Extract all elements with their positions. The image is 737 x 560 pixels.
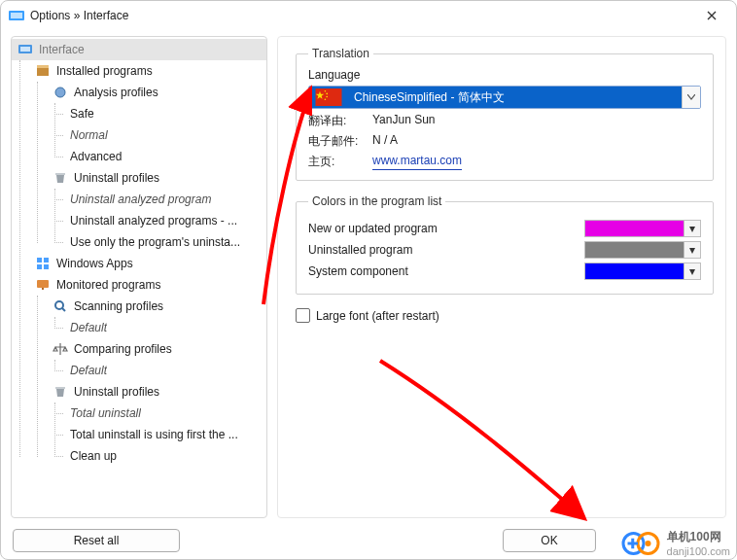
tree-leaf-total-uninstall-first[interactable]: Total uninstall is using first the ... [64, 424, 266, 445]
tree-label: Default [70, 364, 107, 377]
tree-node-interface[interactable]: Interface [12, 39, 266, 60]
trash-icon [53, 384, 68, 400]
apps-icon [35, 256, 51, 271]
svg-point-6 [55, 88, 65, 97]
tree-label: Default [70, 321, 107, 334]
tree-label: Uninstall profiles [74, 385, 159, 399]
chevron-down-icon [682, 87, 700, 108]
sidebar-scroll[interactable]: Interface Installed programs [12, 37, 266, 517]
svg-point-14 [55, 301, 63, 309]
language-select[interactable]: ChineseSimplified - 简体中文 [308, 86, 701, 109]
color-swatch [585, 263, 684, 279]
tree-label: Uninstall profiles [74, 171, 159, 185]
tree-label: Interface [39, 43, 85, 56]
tree-node-installed-programs[interactable]: Installed programs [29, 60, 266, 82]
tree-label: Scanning profiles [74, 299, 163, 313]
tree-leaf-uap[interactable]: Uninstall analyzed program [64, 189, 266, 210]
tree-node-scanning-profiles[interactable]: Scanning profiles [47, 296, 266, 317]
tree-leaf-useonly[interactable]: Use only the program's uninsta... [64, 231, 266, 253]
svg-rect-9 [44, 258, 49, 262]
window-title: Options » Interface [30, 9, 128, 22]
color-row-system: System component ▾ [308, 262, 701, 280]
homepage-label: 主页: [308, 154, 367, 170]
svg-rect-10 [37, 264, 42, 269]
color-label: New or updated program [308, 222, 438, 235]
trash-icon [53, 170, 68, 186]
tree-label: Normal [70, 128, 108, 142]
svg-rect-3 [20, 47, 30, 52]
translation-group: Translation Language ChineseSimplified -… [296, 47, 714, 181]
tree: Interface Installed programs [12, 37, 266, 469]
translation-homepage-link[interactable]: www.martau.com [372, 154, 462, 170]
tree-label: Total uninstall is using first the ... [70, 428, 238, 441]
tree-leaf-cleanup[interactable]: Clean up [64, 445, 266, 467]
svg-rect-5 [37, 65, 49, 68]
colors-group: Colors in the program list New or update… [296, 194, 714, 295]
button-label: Reset all [74, 534, 120, 547]
translation-email: N / A [372, 133, 398, 150]
color-row-uninstalled: Uninstalled program ▾ [308, 241, 701, 259]
tree-node-monitored-programs[interactable]: Monitored programs [29, 274, 266, 296]
chevron-down-icon: ▾ [684, 221, 700, 236]
large-font-label: Large font (after restart) [316, 309, 439, 323]
ok-button[interactable]: OK [503, 529, 596, 552]
tree-leaf-uaps[interactable]: Uninstall analyzed programs - ... [64, 210, 266, 231]
tree-node-uninstall-profiles-2[interactable]: Uninstall profiles [47, 381, 266, 402]
color-swatch [585, 221, 684, 236]
tree-label: Use only the program's uninsta... [70, 235, 240, 249]
box-icon [35, 63, 51, 79]
app-icon [9, 8, 24, 23]
translation-legend: Translation [308, 47, 373, 60]
close-button[interactable] [689, 1, 734, 30]
profile-icon [53, 85, 68, 100]
svg-point-19 [326, 93, 328, 95]
tree-label: Installed programs [56, 64, 153, 78]
tree-node-analysis-profiles[interactable]: Analysis profiles [47, 82, 266, 103]
svg-rect-13 [42, 288, 44, 290]
svg-rect-7 [55, 173, 65, 175]
tree-leaf-safe[interactable]: Safe [64, 103, 266, 124]
tree-label: Advanced [70, 150, 122, 163]
svg-point-21 [325, 98, 327, 100]
titlebar: Options » Interface [1, 1, 736, 30]
colors-legend: Colors in the program list [308, 194, 445, 208]
language-label: Language [308, 68, 701, 82]
sidebar: Interface Installed programs [11, 36, 267, 518]
color-label: Uninstalled program [308, 243, 412, 257]
svg-rect-11 [44, 264, 49, 269]
svg-rect-12 [37, 280, 49, 288]
language-selected: ChineseSimplified - 简体中文 [354, 89, 505, 106]
tree-node-comparing-profiles[interactable]: Comparing profiles [47, 338, 266, 360]
color-row-new: New or updated program ▾ [308, 220, 701, 237]
tree-node-uninstall-profiles-1[interactable]: Uninstall profiles [47, 167, 266, 189]
svg-rect-8 [37, 258, 42, 262]
options-window: Options » Interface [0, 0, 737, 560]
tree-leaf-total-uninstall[interactable]: Total uninstall [64, 402, 266, 424]
tree-label: Analysis profiles [74, 86, 158, 99]
color-picker-system[interactable]: ▾ [584, 262, 701, 280]
tree-label: Windows Apps [56, 257, 133, 270]
large-font-checkbox[interactable] [296, 308, 310, 323]
scale-icon [53, 341, 68, 357]
translation-author: YanJun Sun [372, 113, 436, 129]
flag-cn-icon [313, 88, 344, 106]
large-font-option[interactable]: Large font (after restart) [296, 308, 714, 323]
monitor-icon [35, 277, 51, 293]
color-picker-uninstalled[interactable]: ▾ [584, 241, 701, 259]
tree-node-windows-apps[interactable]: Windows Apps [29, 253, 266, 274]
tree-leaf-comparing-default[interactable]: Default [64, 360, 266, 381]
tree-label: Comparing profiles [74, 342, 172, 356]
tree-leaf-scanning-default[interactable]: Default [64, 317, 266, 338]
close-icon [707, 11, 717, 20]
chevron-down-icon: ▾ [684, 242, 700, 258]
author-label: 翻译由: [308, 113, 367, 129]
chevron-down-icon: ▾ [684, 263, 700, 279]
reset-all-button[interactable]: Reset all [13, 529, 180, 552]
tree-label: Total uninstall [70, 406, 141, 420]
svg-point-20 [326, 96, 328, 98]
tree-leaf-normal[interactable]: Normal [64, 124, 266, 146]
color-picker-new[interactable]: ▾ [584, 220, 701, 237]
email-label: 电子邮件: [308, 133, 367, 150]
tree-label: Safe [70, 107, 94, 121]
tree-leaf-advanced[interactable]: Advanced [64, 146, 266, 167]
